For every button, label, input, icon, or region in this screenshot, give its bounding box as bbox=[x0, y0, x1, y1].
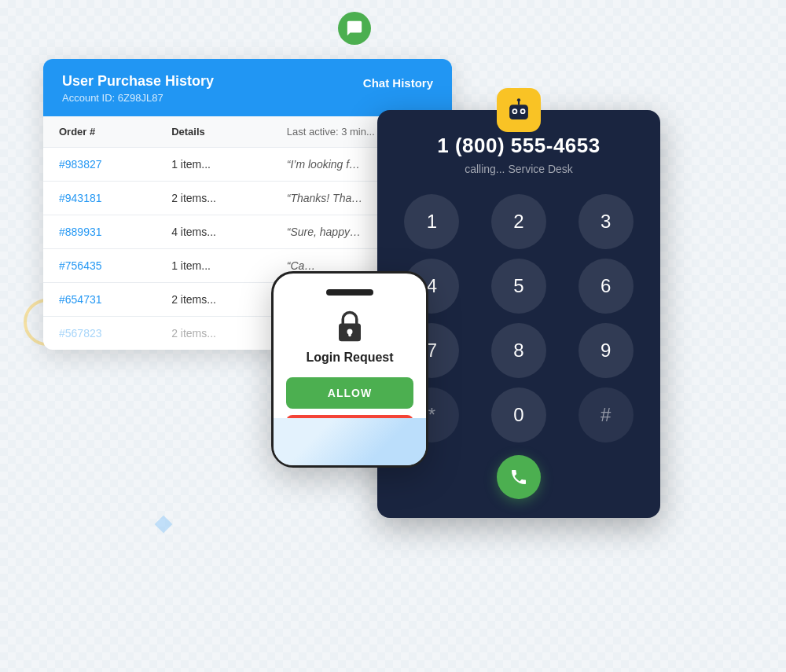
dial-key-6[interactable]: 6 bbox=[578, 259, 634, 314]
allow-button[interactable]: ALLOW bbox=[286, 377, 413, 409]
phone-bg-wave bbox=[274, 418, 426, 465]
purchase-header-left: User Purchase History Account ID: 6Z98JL… bbox=[62, 73, 214, 104]
dial-key-3[interactable]: 3 bbox=[578, 194, 634, 249]
dial-key-9[interactable]: 9 bbox=[578, 323, 634, 378]
purchase-card-header: User Purchase History Account ID: 6Z98JL… bbox=[43, 59, 452, 116]
order-details: 1 item... bbox=[156, 249, 271, 283]
bot-svg bbox=[505, 97, 532, 123]
dial-key-0[interactable]: 0 bbox=[491, 387, 546, 442]
chat-history-label: Chat History bbox=[363, 73, 433, 90]
dialer-bottom-row bbox=[393, 455, 645, 499]
order-details: 2 items... bbox=[156, 283, 271, 317]
order-details: 1 item... bbox=[156, 148, 271, 182]
order-number: #943181 bbox=[43, 182, 156, 215]
dialer-number: 1 (800) 555-4653 bbox=[393, 134, 645, 158]
dial-key-1[interactable]: 1 bbox=[404, 194, 459, 249]
order-details: 2 items... bbox=[156, 317, 271, 351]
order-details: 4 items... bbox=[156, 215, 271, 249]
col-details: Details bbox=[156, 116, 271, 148]
chat-bubble-icon bbox=[338, 12, 371, 45]
lock-svg bbox=[333, 310, 366, 343]
purchase-header-top: User Purchase History Account ID: 6Z98JL… bbox=[62, 73, 433, 104]
svg-point-4 bbox=[521, 110, 523, 112]
order-number: #756435 bbox=[43, 249, 156, 283]
order-number: #983827 bbox=[43, 148, 156, 182]
order-number: #567823 bbox=[43, 317, 156, 351]
chat-icon-svg bbox=[346, 20, 363, 37]
svg-rect-9 bbox=[348, 332, 351, 336]
decorative-diamond bbox=[155, 516, 173, 534]
account-id: 6Z98JL87 bbox=[118, 92, 163, 104]
phone-notch bbox=[326, 289, 373, 296]
lock-icon bbox=[333, 310, 366, 343]
col-order: Order # bbox=[43, 116, 156, 148]
dial-key-#[interactable]: # bbox=[578, 387, 634, 442]
bot-icon bbox=[497, 88, 541, 132]
login-request-title: Login Request bbox=[306, 351, 393, 365]
svg-point-6 bbox=[517, 98, 520, 101]
order-number: #654731 bbox=[43, 283, 156, 317]
call-button[interactable] bbox=[497, 455, 541, 499]
dialer-status: calling... Service Desk bbox=[393, 163, 645, 175]
dial-key-2[interactable]: 2 bbox=[491, 194, 546, 249]
svg-point-3 bbox=[513, 110, 516, 112]
account-label: Account ID: bbox=[62, 92, 115, 104]
order-details: 2 items... bbox=[156, 182, 271, 215]
dial-key-8[interactable]: 8 bbox=[491, 323, 546, 378]
purchase-account: Account ID: 6Z98JL87 bbox=[62, 92, 214, 104]
phone-icon bbox=[509, 468, 528, 487]
phone-mockup: Login Request ALLOW DENY bbox=[271, 271, 428, 468]
order-number: #889931 bbox=[43, 215, 156, 249]
dial-key-5[interactable]: 5 bbox=[491, 259, 546, 314]
purchase-title: User Purchase History bbox=[62, 73, 214, 90]
dialer-grid: 123456789*0# bbox=[393, 194, 645, 442]
